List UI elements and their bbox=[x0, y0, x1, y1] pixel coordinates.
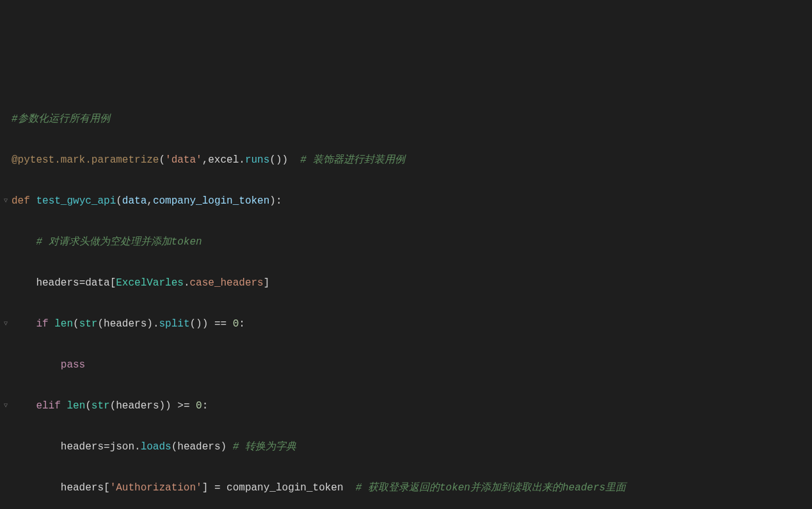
code-line[interactable]: headers=json.loads(headers) # 转换为字典 bbox=[12, 437, 812, 457]
code-line[interactable]: # 对请求头做为空处理并添加token bbox=[12, 232, 812, 252]
code-line[interactable]: headers=data[ExcelVarles.case_headers] bbox=[12, 273, 812, 293]
code-line[interactable]: @pytest.mark.parametrize('data',excel.ru… bbox=[12, 150, 812, 170]
decorator: @pytest.mark.parametrize bbox=[12, 154, 159, 166]
code-editor[interactable]: #参数化运行所有用例 @pytest.mark.parametrize('dat… bbox=[0, 88, 812, 509]
comment: #参数化运行所有用例 bbox=[12, 113, 110, 125]
code-line[interactable]: ▽def test_gwyc_api(data,company_login_to… bbox=[12, 191, 812, 211]
fold-triangle-icon[interactable]: ▽ bbox=[1, 191, 10, 211]
code-line[interactable]: headers['Authorization'] = company_login… bbox=[12, 478, 812, 498]
code-line[interactable]: #参数化运行所有用例 bbox=[12, 109, 812, 129]
code-line[interactable]: pass bbox=[12, 355, 812, 375]
fold-triangle-icon[interactable]: ▽ bbox=[1, 314, 10, 334]
code-line[interactable]: ▽ if len(str(headers).split()) == 0: bbox=[12, 314, 812, 334]
code-line[interactable]: ▽ elif len(str(headers)) >= 0: bbox=[12, 396, 812, 416]
fold-triangle-icon[interactable]: ▽ bbox=[1, 396, 10, 416]
